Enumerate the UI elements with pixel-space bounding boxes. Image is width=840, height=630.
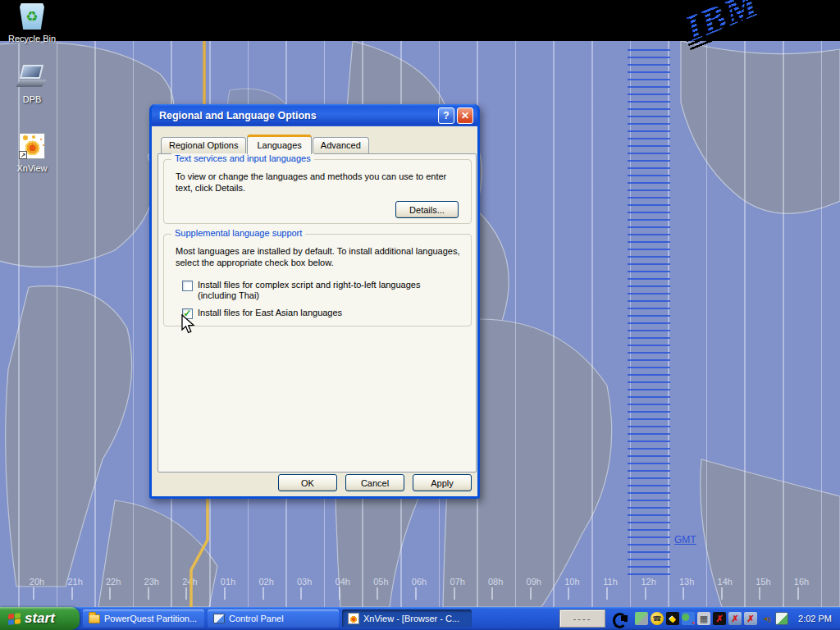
groupbox-legend: Text services and input languages bbox=[171, 153, 314, 163]
volume-icon[interactable] bbox=[760, 612, 773, 625]
desktop: IBM GMT 20h21h22h23h24h01h02h03h04h05h06… bbox=[0, 0, 840, 630]
display-error-icon[interactable] bbox=[728, 612, 742, 625]
apply-button[interactable]: Apply bbox=[413, 474, 472, 491]
diskeeper-icon[interactable] bbox=[666, 612, 679, 625]
icon-label: Recycle Bin bbox=[3, 34, 61, 43]
close-button[interactable]: ✕ bbox=[457, 107, 473, 124]
control-panel-icon bbox=[213, 614, 225, 623]
groupbox-description: Most languages are installed by default.… bbox=[176, 245, 464, 268]
laptop-glyph bbox=[17, 64, 47, 92]
messenger-offline-icon[interactable] bbox=[682, 612, 695, 625]
network-computers-icon[interactable] bbox=[697, 612, 710, 625]
icon-label: DPB bbox=[3, 94, 61, 104]
details-button[interactable]: Details... bbox=[395, 201, 459, 218]
taskbar-clock[interactable]: 2:02 PM bbox=[798, 614, 832, 623]
windows-flag-icon bbox=[8, 612, 21, 624]
folder-icon bbox=[89, 614, 100, 623]
tab-languages[interactable]: Languages bbox=[247, 135, 311, 154]
icon-label: XnView bbox=[3, 163, 61, 173]
groupbox-description: To view or change the languages and meth… bbox=[176, 171, 464, 194]
usb-device-icon[interactable] bbox=[635, 612, 648, 625]
cancel-button[interactable]: Cancel bbox=[345, 474, 404, 491]
language-band[interactable]: ---- bbox=[559, 609, 605, 628]
regional-language-options-dialog: Regional and Language Options ? ✕ Region… bbox=[149, 104, 480, 499]
checkbox-row: ✓Install files for East Asian languages bbox=[182, 308, 460, 319]
taskbar-item-powerquest[interactable]: PowerQuest Partition... bbox=[83, 609, 204, 628]
groupbox-legend: Supplemental language support bbox=[171, 228, 305, 238]
taskbar-item-xnview[interactable]: XnView - [Browser - C... bbox=[342, 609, 472, 628]
recycle-bin-icon[interactable]: ♻ Recycle Bin bbox=[3, 3, 61, 43]
checkbox-label: Install files for complex script and rig… bbox=[198, 280, 460, 301]
xnview-glyph: ↗ bbox=[17, 133, 47, 161]
help-button[interactable]: ? bbox=[438, 107, 454, 124]
ok-button[interactable]: OK bbox=[278, 474, 337, 491]
dialog-body: Regional Options Languages Advanced Text… bbox=[152, 126, 477, 496]
dpb-laptop-icon[interactable]: DPB bbox=[3, 64, 61, 104]
unchecked-checkbox[interactable] bbox=[182, 281, 193, 291]
recycle-bin-glyph: ♻ bbox=[20, 3, 44, 30]
start-button[interactable]: start bbox=[0, 607, 80, 630]
text-services-groupbox: Text services and input languages To vie… bbox=[163, 159, 472, 224]
tab-regional-options[interactable]: Regional Options bbox=[161, 137, 246, 153]
tab-advanced[interactable]: Advanced bbox=[313, 137, 369, 153]
xnview-shortcut-icon[interactable]: ↗ XnView bbox=[3, 133, 61, 173]
phone-agent-icon[interactable] bbox=[651, 612, 664, 625]
mouse-cursor bbox=[180, 314, 199, 336]
dialog-button-row: OK Cancel Apply bbox=[278, 474, 472, 491]
checkbox-row: Install files for complex script and rig… bbox=[182, 280, 460, 301]
power-plug-icon[interactable] bbox=[612, 612, 628, 625]
dialog-titlebar[interactable]: Regional and Language Options ? ✕ bbox=[152, 104, 477, 126]
wireless-error-icon[interactable] bbox=[744, 612, 757, 625]
signal-error-icon[interactable] bbox=[713, 612, 726, 625]
languages-tab-page: Text services and input languages To vie… bbox=[158, 153, 477, 472]
system-tray bbox=[635, 612, 788, 625]
tab-strip: Regional Options Languages Advanced bbox=[161, 135, 370, 153]
start-label: start bbox=[25, 610, 55, 627]
dialog-title: Regional and Language Options bbox=[159, 110, 436, 121]
xnview-icon bbox=[348, 613, 359, 624]
display-settings-icon[interactable] bbox=[775, 612, 788, 625]
checkbox-label: Install files for East Asian languages bbox=[198, 308, 460, 319]
taskbar-item-control-panel[interactable]: Control Panel bbox=[208, 609, 339, 628]
shortcut-arrow-icon: ↗ bbox=[19, 151, 27, 159]
taskbar: start PowerQuest Partition... Control Pa… bbox=[0, 607, 840, 630]
supplemental-groupbox: Supplemental language support Most langu… bbox=[163, 234, 472, 326]
